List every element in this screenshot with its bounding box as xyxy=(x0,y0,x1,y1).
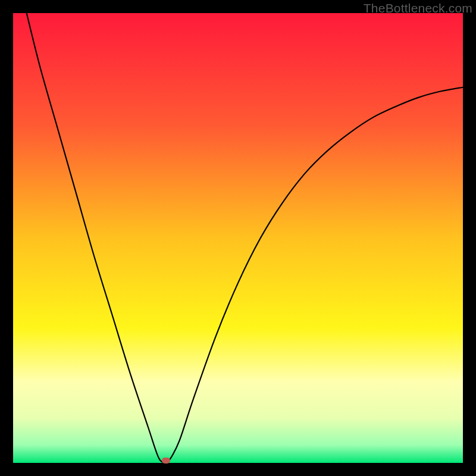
plot-area xyxy=(13,13,463,463)
chart-marker xyxy=(162,458,170,464)
chart-curve xyxy=(27,13,463,462)
chart-frame: TheBottleneck.com xyxy=(0,0,476,476)
chart-curve-svg xyxy=(13,13,463,463)
watermark-text: TheBottleneck.com xyxy=(364,1,472,15)
